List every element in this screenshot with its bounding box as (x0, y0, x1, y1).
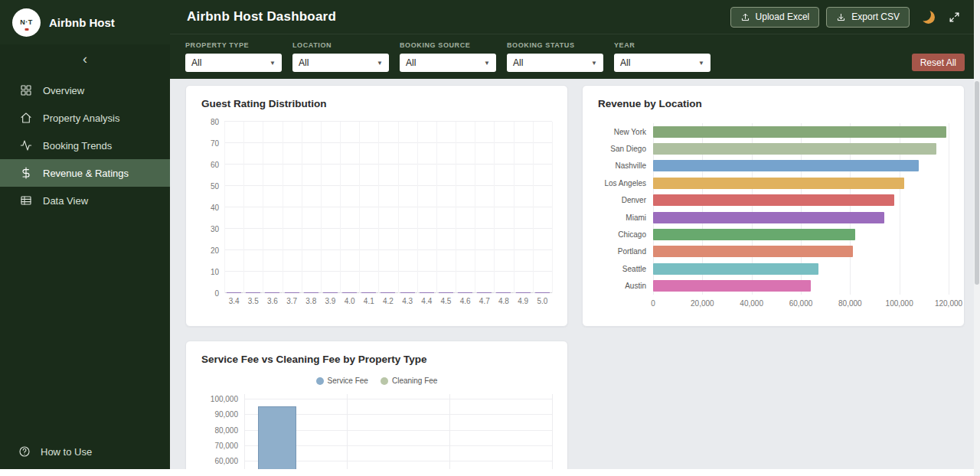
export-csv-label: Export CSV (851, 11, 900, 22)
brand-logo-text: N·T (20, 18, 33, 26)
home-icon (20, 112, 32, 124)
activity-icon (20, 139, 32, 152)
sidebar-item-revenue-ratings[interactable]: Revenue & Ratings (0, 159, 170, 187)
v-gridline (552, 394, 553, 469)
y-tick-label: 20 (211, 246, 219, 255)
filter-select-location[interactable]: All▼ (292, 54, 389, 72)
revenue-row: Nashville (598, 158, 949, 174)
dollar-icon (20, 167, 32, 179)
bar-slot (243, 292, 263, 293)
y-tick-label: 100,000 (211, 395, 238, 403)
page-scrollbar[interactable] (974, 0, 980, 476)
revenue-bar (653, 143, 936, 155)
bar-slot (302, 292, 321, 293)
sidebar-item-label: Property Analysis (43, 112, 119, 124)
y-tick-label: 30 (211, 225, 219, 233)
y-tick-label: 40 (211, 204, 219, 212)
card-revenue-by-location: Revenue by Location New YorkSan DiegoNas… (582, 85, 965, 327)
guest-rating-xaxis: 3.43.53.63.73.83.94.04.14.24.34.44.54.64… (224, 297, 552, 305)
city-label: Los Angeles (598, 179, 653, 187)
bar-slot (456, 292, 475, 293)
filter-selected-value: All (191, 57, 201, 68)
v-gridline (449, 394, 450, 469)
x-tick-label: 120,000 (935, 299, 962, 308)
y-tick-label: 10 (211, 268, 219, 276)
filter-select-property-type[interactable]: All▼ (185, 54, 282, 72)
x-tick-label: 4.7 (475, 297, 494, 305)
sidebar-item-property-analysis[interactable]: Property Analysis (0, 104, 170, 132)
guest-rating-plot: 01020304050607080 (224, 122, 552, 293)
revenue-row: Chicago (598, 226, 949, 243)
bar-slot (321, 292, 340, 293)
rating-bar (304, 292, 318, 293)
page-title: Airbnb Host Dashboard (187, 9, 724, 24)
x-tick-label: 5.0 (533, 297, 552, 305)
scrollbar-thumb[interactable] (975, 81, 979, 285)
sidebar-item-label: Booking Trends (43, 140, 112, 152)
revenue-bar (653, 263, 818, 275)
chevron-down-icon: ▼ (591, 60, 597, 67)
app-root: N·T Airbnb Host ‹ OverviewProperty Analy… (0, 0, 980, 469)
x-tick-label: 40,000 (740, 299, 763, 308)
topbar: Airbnb Host Dashboard Upload Excel Expor… (170, 0, 980, 34)
sidebar-item-overview[interactable]: Overview (0, 77, 170, 104)
filter-select-booking-source[interactable]: All▼ (400, 54, 496, 72)
sidebar: N·T Airbnb Host ‹ OverviewProperty Analy… (0, 0, 170, 469)
chevron-down-icon: ▼ (377, 60, 383, 67)
legend-dot (316, 377, 324, 385)
filter-select-year[interactable]: All▼ (614, 54, 710, 72)
how-to-use-button[interactable]: How to Use (0, 434, 170, 469)
reset-all-button[interactable]: Reset All (912, 54, 965, 71)
rating-bar (458, 292, 472, 293)
legend-item: Service Fee (316, 377, 368, 385)
revenue-row: Austin (598, 278, 949, 295)
legend-item: Cleaning Fee (381, 377, 437, 385)
filter-label: LOCATION (292, 41, 389, 49)
bar-track (653, 158, 949, 174)
x-tick-label: 4.9 (514, 297, 533, 305)
x-tick-label: 4.8 (494, 297, 513, 305)
fullscreen-button[interactable] (949, 11, 960, 23)
filter-select-booking-status[interactable]: All▼ (507, 54, 603, 72)
sidebar-collapse-button[interactable]: ‹ (0, 44, 170, 73)
bar-slot (436, 292, 456, 293)
maximize-icon (949, 11, 960, 23)
y-tick-label: 60 (211, 161, 219, 169)
y-tick-label: 70,000 (214, 441, 238, 449)
download-icon (836, 12, 846, 22)
rating-bar (285, 292, 299, 293)
x-tick-label: 3.7 (283, 297, 302, 305)
brand-name: Airbnb Host (49, 16, 115, 29)
sidebar-nav: OverviewProperty AnalysisBooking TrendsR… (0, 77, 170, 214)
rating-bar (246, 292, 260, 293)
filter-label: BOOKING SOURCE (400, 41, 496, 49)
chevron-down-icon: ▼ (698, 60, 704, 67)
grid-icon (20, 84, 32, 96)
upload-excel-button[interactable]: Upload Excel (730, 7, 820, 28)
revenue-row: Portland (598, 243, 949, 260)
x-tick-label: 3.9 (321, 297, 340, 305)
sidebar-item-data-view[interactable]: Data View (0, 187, 170, 214)
bar-slot (283, 292, 302, 293)
city-label: Chicago (598, 230, 653, 239)
legend-label: Service Fee (328, 377, 368, 385)
y-tick-label: 70 (211, 139, 219, 148)
x-tick-label: 100,000 (886, 299, 913, 308)
y-tick-label: 80,000 (214, 425, 238, 434)
bar-slot (475, 292, 494, 293)
rating-bar (420, 292, 434, 293)
y-tick-label: 0 (214, 289, 219, 298)
bar-track (653, 123, 949, 140)
fee-bar (258, 406, 296, 469)
export-csv-button[interactable]: Export CSV (826, 7, 910, 28)
x-tick-label: 3.6 (263, 297, 282, 305)
upload-excel-label: Upload Excel (756, 11, 810, 22)
v-gridline (949, 123, 949, 295)
bar-track (653, 226, 949, 243)
filter-label: BOOKING STATUS (507, 41, 603, 49)
filter-group-location: LOCATIONAll▼ (292, 41, 389, 72)
dark-mode-toggle-moon-icon[interactable] (922, 11, 935, 24)
sidebar-item-booking-trends[interactable]: Booking Trends (0, 132, 170, 159)
bar-track (653, 192, 949, 209)
revenue-bar (653, 194, 894, 206)
